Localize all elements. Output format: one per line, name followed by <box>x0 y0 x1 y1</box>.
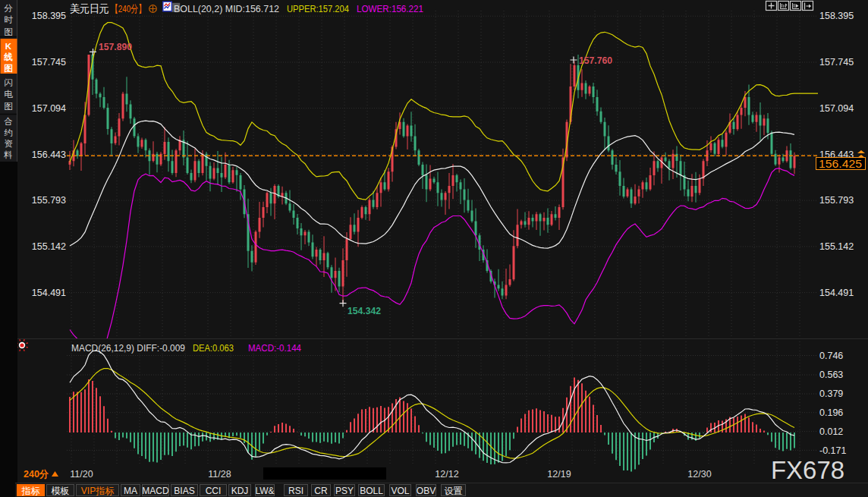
svg-text:LOWER:156.221: LOWER:156.221 <box>357 4 423 14</box>
svg-text:CR: CR <box>314 486 328 496</box>
svg-text:时: 时 <box>4 15 13 24</box>
svg-text:155.793: 155.793 <box>32 195 66 206</box>
svg-text:合: 合 <box>4 117 13 126</box>
svg-text:RSI: RSI <box>288 486 303 496</box>
svg-text:CCI: CCI <box>206 486 222 496</box>
svg-text:BOLL(20,2) MID:156.712: BOLL(20,2) MID:156.712 <box>174 4 279 14</box>
svg-text:图: 图 <box>4 27 13 36</box>
svg-text:157.094: 157.094 <box>32 103 66 114</box>
svg-text:图: 图 <box>4 64 13 73</box>
svg-text:157.745: 157.745 <box>32 57 66 68</box>
svg-text:VOL: VOL <box>391 486 409 496</box>
svg-text:【240分】: 【240分】 <box>111 3 146 14</box>
svg-text:156.443: 156.443 <box>32 149 66 160</box>
svg-text:K: K <box>5 42 12 51</box>
svg-text:OBV: OBV <box>417 486 436 496</box>
svg-text:0.379: 0.379 <box>819 388 843 399</box>
svg-text:11/28: 11/28 <box>208 469 231 480</box>
svg-text:0.012: 0.012 <box>819 426 843 437</box>
svg-text:线: 线 <box>3 52 13 61</box>
svg-text:UPPER:157.204: UPPER:157.204 <box>287 4 349 14</box>
svg-text:指标: 指标 <box>21 486 41 496</box>
svg-text:157.760: 157.760 <box>579 55 612 66</box>
svg-text:PSY: PSY <box>335 486 354 496</box>
svg-text:240分: 240分 <box>24 469 49 480</box>
svg-text:美元日元: 美元日元 <box>70 3 109 14</box>
svg-text:料: 料 <box>3 150 13 159</box>
svg-text:分: 分 <box>4 4 13 13</box>
svg-text:-0.171: -0.171 <box>819 445 846 456</box>
svg-text:0.563: 0.563 <box>819 370 843 380</box>
svg-text:155.793: 155.793 <box>819 195 854 206</box>
svg-text:LW&: LW& <box>255 486 274 496</box>
svg-text:154.491: 154.491 <box>32 288 66 298</box>
svg-text:157.890: 157.890 <box>99 41 132 52</box>
svg-text:资: 资 <box>4 139 13 148</box>
svg-text:MA: MA <box>124 486 137 496</box>
svg-text:154.491: 154.491 <box>819 288 854 298</box>
svg-text:157.745: 157.745 <box>819 57 854 68</box>
svg-text:12/19: 12/19 <box>547 469 571 480</box>
svg-text:154.342: 154.342 <box>348 305 381 316</box>
svg-text:MACD(26,12,9) DIFF:-0.009: MACD(26,12,9) DIFF:-0.009 <box>71 343 185 354</box>
svg-text:157.094: 157.094 <box>819 103 854 114</box>
svg-text:电: 电 <box>4 90 13 99</box>
svg-text:约: 约 <box>4 128 13 137</box>
svg-text:BOLL: BOLL <box>360 486 383 496</box>
svg-text:闪: 闪 <box>4 78 13 87</box>
svg-text:155.142: 155.142 <box>819 241 854 252</box>
svg-text:11/20: 11/20 <box>70 469 93 480</box>
svg-text:FX678: FX678 <box>771 456 844 484</box>
svg-text:KDJ: KDJ <box>231 486 249 496</box>
svg-text:0.196: 0.196 <box>819 407 843 418</box>
svg-text:图: 图 <box>4 102 13 111</box>
svg-text:12/30: 12/30 <box>687 469 711 480</box>
svg-text:156.425: 156.425 <box>819 158 862 170</box>
svg-text:12/12: 12/12 <box>435 469 458 480</box>
svg-text:MACD: MACD <box>142 486 169 496</box>
svg-text:设置: 设置 <box>445 486 463 496</box>
svg-text:VIP指标: VIP指标 <box>81 486 115 496</box>
svg-text:模板: 模板 <box>52 486 70 496</box>
svg-text:0.746: 0.746 <box>819 351 843 361</box>
svg-text:DEA:0.063: DEA:0.063 <box>193 343 234 354</box>
svg-text:BIAS: BIAS <box>174 486 194 496</box>
svg-text:158.395: 158.395 <box>32 11 66 21</box>
svg-text:MACD:-0.144: MACD:-0.144 <box>248 343 301 354</box>
svg-text:158.395: 158.395 <box>819 11 854 21</box>
svg-text:155.142: 155.142 <box>32 241 66 252</box>
